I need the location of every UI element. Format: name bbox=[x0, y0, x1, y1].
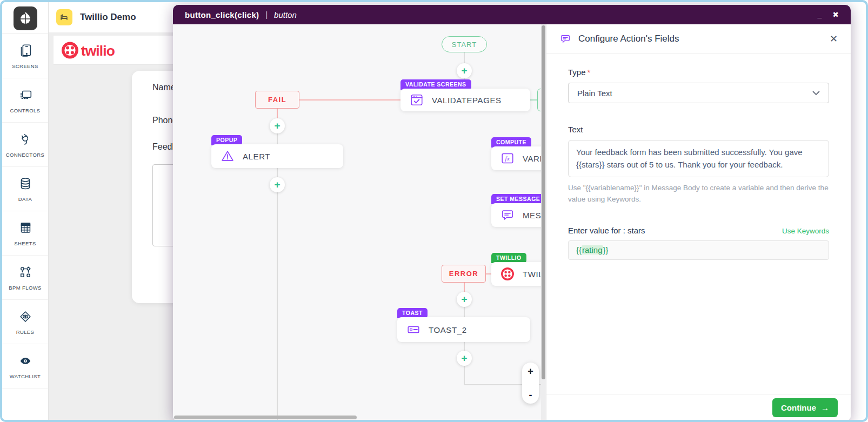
sidebar-item-controls[interactable]: CONTROLS bbox=[2, 78, 48, 123]
fx-icon: fx bbox=[500, 151, 515, 166]
add-step-button[interactable]: + bbox=[270, 118, 285, 133]
controls-icon bbox=[17, 87, 34, 103]
error-condition: ERROR bbox=[442, 265, 486, 283]
panel-title: Configure Action's Fields bbox=[578, 34, 679, 44]
flow-canvas[interactable]: START + + + + + FAIL ERROR VALIDATE SCRE… bbox=[173, 24, 546, 421]
sheets-icon bbox=[17, 220, 34, 236]
add-step-button[interactable]: + bbox=[457, 351, 472, 366]
watchlist-icon bbox=[17, 353, 34, 369]
toast-node[interactable]: TOAST_2 bbox=[397, 317, 530, 342]
edge-plus-alert bbox=[277, 133, 278, 145]
message-text-input[interactable]: Your feedback form has been submitted su… bbox=[568, 140, 829, 177]
add-step-button[interactable]: + bbox=[457, 292, 472, 307]
configure-panel: Configure Action's Fields ✕ Type* Plain … bbox=[546, 24, 851, 421]
rules-icon bbox=[17, 309, 34, 325]
vertical-scrollbar[interactable] bbox=[542, 25, 545, 379]
stars-value-input[interactable]: {{rating}} bbox=[568, 240, 829, 260]
app-title: Twillio Demo bbox=[80, 12, 136, 23]
edge-error-down bbox=[464, 283, 465, 292]
value-label: Enter value for : stars bbox=[568, 226, 645, 235]
modal-subtitle: button bbox=[274, 10, 297, 19]
alert-node[interactable]: ALERT bbox=[211, 144, 343, 168]
message-icon bbox=[500, 207, 515, 223]
twillio-node[interactable]: TWILLIO bbox=[491, 262, 546, 286]
type-label: Type* bbox=[568, 68, 829, 77]
variable-node[interactable]: fx VARIABLE bbox=[491, 146, 546, 170]
modal-window-controls: _ ✖ bbox=[817, 10, 839, 19]
alert-icon bbox=[220, 149, 235, 164]
validate-icon bbox=[409, 92, 424, 108]
configure-icon bbox=[559, 33, 571, 45]
type-select[interactable]: Plain Text bbox=[568, 83, 829, 103]
add-step-button[interactable]: + bbox=[270, 177, 285, 192]
sidebar-item-label: RULES bbox=[16, 329, 35, 335]
node-label: ALERT bbox=[243, 152, 270, 161]
twilio-logo: twilio bbox=[60, 39, 131, 61]
message-node[interactable]: MESSAGE bbox=[491, 203, 546, 227]
bpm-flows-icon bbox=[17, 264, 34, 280]
sidebar-item-screens[interactable]: SCREENS bbox=[2, 34, 48, 78]
panel-header: Configure Action's Fields ✕ bbox=[546, 24, 851, 53]
sidebar: SCREENS CONTROLS CONNECTORS bbox=[2, 2, 49, 420]
edge-alert-down bbox=[277, 168, 278, 421]
dronahq-logo-icon bbox=[18, 11, 33, 26]
sidebar-item-label: CONNECTORS bbox=[6, 152, 44, 158]
dronahq-logo[interactable] bbox=[14, 6, 37, 30]
text-label: Text bbox=[568, 125, 829, 134]
sidebar-item-sheets[interactable]: SHEETS bbox=[2, 211, 48, 256]
horizontal-scrollbar[interactable] bbox=[174, 416, 357, 419]
add-step-button[interactable]: + bbox=[457, 63, 472, 78]
sidebar-item-label: BPM FLOWS bbox=[9, 285, 42, 291]
action-flow-modal: button_click(click) | button _ ✖ bbox=[173, 5, 851, 421]
type-select-value: Plain Text bbox=[577, 89, 612, 98]
modal-body: START + + + + + FAIL ERROR VALIDATE SCRE… bbox=[173, 24, 851, 421]
sidebar-item-rules[interactable]: RULES bbox=[2, 300, 48, 344]
app-screen: SCREENS CONTROLS CONNECTORS bbox=[0, 0, 868, 422]
value-keyword: rating bbox=[582, 245, 603, 254]
app-icon[interactable] bbox=[56, 9, 72, 25]
use-keywords-link[interactable]: Use Keywords bbox=[782, 227, 829, 235]
sidebar-item-label: DATA bbox=[18, 196, 32, 202]
edge-fail-down bbox=[277, 109, 278, 118]
helper-text: Use "{{variablename}}" in Message Body t… bbox=[568, 182, 829, 205]
value-prefix: {{ bbox=[576, 245, 582, 254]
connectors-icon bbox=[17, 131, 34, 148]
arrow-right-icon: → bbox=[821, 403, 829, 412]
sidebar-item-label: SCREENS bbox=[12, 63, 38, 69]
panel-close-icon[interactable]: ✕ bbox=[830, 33, 838, 45]
node-label: TOAST_2 bbox=[429, 325, 467, 334]
sidebar-item-watchlist[interactable]: WATCHLIST bbox=[2, 344, 48, 388]
sidebar-item-label: CONTROLS bbox=[10, 108, 41, 113]
flow-start-node[interactable]: START bbox=[442, 36, 487, 52]
svg-text:fx: fx bbox=[505, 155, 510, 162]
value-suffix: }} bbox=[603, 245, 609, 254]
panel-footer: Continue → bbox=[546, 394, 851, 421]
app-preview: twilio Name Phone Feedback bbox=[49, 32, 174, 422]
twilio-icon bbox=[500, 266, 515, 282]
modal-title-separator: | bbox=[265, 10, 268, 19]
vertical-scrollbar-track bbox=[541, 24, 546, 421]
edge-error-twillio bbox=[486, 273, 491, 274]
close-icon[interactable]: ✖ bbox=[832, 10, 839, 19]
value-row: Enter value for : stars Use Keywords bbox=[568, 226, 829, 235]
zoom-in-button[interactable]: + bbox=[528, 367, 533, 376]
fail-condition: FAIL bbox=[255, 91, 299, 109]
sidebar-nav: SCREENS CONTROLS CONNECTORS bbox=[2, 34, 48, 388]
modal-header: button_click(click) | button _ ✖ bbox=[173, 5, 851, 24]
data-icon bbox=[17, 176, 34, 192]
panel-body: Type* Plain Text Text Your feedback form… bbox=[546, 53, 851, 260]
sidebar-item-connectors[interactable]: CONNECTORS bbox=[2, 123, 48, 167]
edge-fail-validate bbox=[299, 99, 400, 101]
app-glyph-icon bbox=[59, 12, 69, 22]
sidebar-item-data[interactable]: DATA bbox=[2, 167, 48, 211]
edge-plus-toast bbox=[464, 307, 465, 317]
sidebar-item-label: SHEETS bbox=[14, 240, 36, 246]
sidebar-item-bpm-flows[interactable]: BPM FLOWS bbox=[2, 256, 48, 300]
canvas-zoom-control: + - bbox=[522, 363, 539, 404]
screens-icon bbox=[17, 43, 34, 59]
sidebar-item-label: WATCHLIST bbox=[10, 373, 41, 379]
zoom-out-button[interactable]: - bbox=[529, 391, 532, 399]
minimize-icon[interactable]: _ bbox=[817, 12, 822, 17]
continue-button[interactable]: Continue → bbox=[772, 398, 838, 417]
validatepages-node[interactable]: VALIDATEPAGES bbox=[400, 89, 530, 111]
